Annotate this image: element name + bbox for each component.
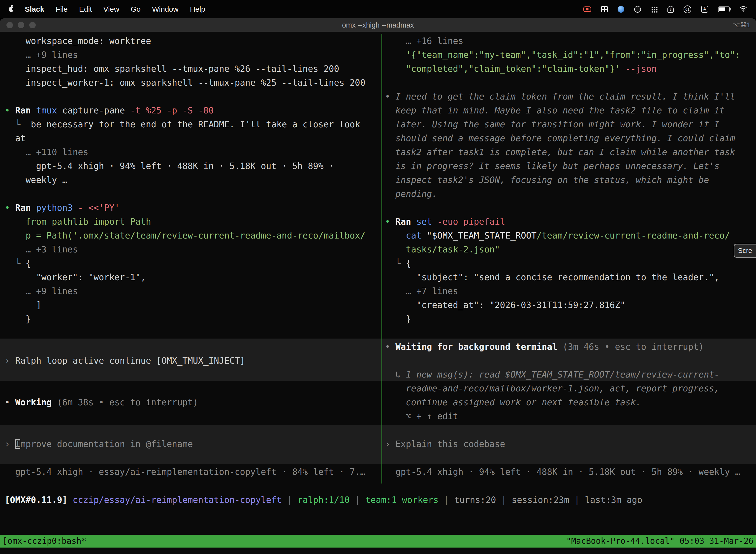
blank-line xyxy=(5,382,380,395)
tmux-pane-right[interactable]: … +16 lines '{"team_name":"my-team","tas… xyxy=(385,34,756,479)
team-workers: team:1 workers xyxy=(365,495,439,505)
battery-icon[interactable] xyxy=(718,6,730,12)
output-text: { xyxy=(406,258,411,268)
prompt-input-line[interactable]: › Explain this codebase xyxy=(385,437,756,451)
working-label: Working xyxy=(15,397,57,407)
ran-label: Ran xyxy=(15,203,36,213)
ralph-loop-text: Ralph loop active continue [OMX_TMUX_INJ… xyxy=(15,356,245,366)
ran-command-line: • Ran python3 - <<'PY' xyxy=(5,201,380,215)
separator: | xyxy=(496,495,512,505)
menu-view[interactable]: View xyxy=(103,5,119,13)
apple-menu-icon[interactable] xyxy=(9,7,13,12)
badge-61-icon[interactable]: 61 xyxy=(684,5,691,13)
ran-command-line: • Ran tmux capture-pane -t %25 -p -S -80 xyxy=(5,104,380,117)
edit-hint-line: ⌥ + ↑ edit xyxy=(385,409,756,423)
menu-window[interactable]: Window xyxy=(152,5,179,13)
corner-icon: └ xyxy=(5,258,25,268)
command-output-line: "worker": "worker-1", xyxy=(5,270,380,284)
env-var: "$OMX_TEAM_STATE_ROOT xyxy=(427,231,537,240)
omx-status-line: [OMX#0.11.9] cczip/essay/ai-reimplementa… xyxy=(5,493,642,507)
collapsed-lines-indicator: … +110 lines xyxy=(5,145,380,159)
thinking-line: later. Using the same for transition mig… xyxy=(385,117,756,131)
separator: | xyxy=(569,495,585,505)
command-args: -euo pipefail xyxy=(437,217,505,227)
model-status-footer: gpt-5.4 xhigh · 94% left · 488K in · 5.1… xyxy=(385,465,756,479)
terminal-line: inspect_hud: omx sparkshell --tmux-pane … xyxy=(5,62,380,76)
menu-edit[interactable]: Edit xyxy=(79,5,92,13)
ran-label: Ran xyxy=(395,217,416,227)
command-name: set xyxy=(416,217,437,227)
waiting-meta: (3m 46s • esc to interrupt) xyxy=(563,342,704,352)
ralph-loop-status-line: › Ralph loop active continue [OMX_TMUX_I… xyxy=(5,354,380,368)
text-cursor: I xyxy=(15,439,20,449)
bullet-icon: • xyxy=(385,92,395,102)
mailbox-message-line: readme-and-reco/mailbox/worker-1.json, a… xyxy=(385,382,756,395)
working-meta: (6m 38s • esc to interrupt) xyxy=(57,397,198,407)
mailbox-message-text: 1 new msg(s): read $OMX_TEAM_STATE_ROOT/… xyxy=(406,370,719,380)
menu-app-name[interactable]: Slack xyxy=(25,5,44,13)
collapsed-lines-indicator: … +7 lines xyxy=(385,284,756,298)
command-line: tasks/task-2.json" xyxy=(385,242,756,257)
thinking-line: inspect task2's JSON, focusing on the st… xyxy=(385,173,756,187)
blank-line xyxy=(5,409,380,423)
collapsed-lines-indicator: … +9 lines xyxy=(5,48,380,62)
json-text: "completed","claim_token":"claim-token"}… xyxy=(385,64,625,74)
command-name: tmux xyxy=(36,106,62,115)
waiting-label: Waiting for background terminal xyxy=(395,342,563,352)
terminal-window: workspace_mode: worktree … +9 lines insp… xyxy=(0,32,756,554)
ghost-icon[interactable]: 8 xyxy=(668,6,674,13)
bullet-icon: • xyxy=(5,397,15,407)
command-args: - <<'PY' xyxy=(78,203,120,213)
heredoc-line: p = Path('.omx/state/team/review-current… xyxy=(5,229,380,242)
thinking-line: keep that in mind. Maybe I also need the… xyxy=(385,104,756,117)
blank-line xyxy=(5,187,380,201)
tmux-pane-left[interactable]: workspace_mode: worktree … +9 lines insp… xyxy=(5,34,380,479)
command-output-line: } xyxy=(385,312,756,326)
grid-icon[interactable] xyxy=(601,6,608,12)
prompt-arrow-icon: › xyxy=(5,356,15,366)
bullet-icon: • xyxy=(5,106,15,115)
menu-status-icons: 8 61 A xyxy=(583,5,747,13)
prompt-input-line[interactable]: › Improve documentation in @filename xyxy=(5,437,380,451)
command-output-line: ] xyxy=(5,298,380,312)
command-output-line: at xyxy=(5,131,380,145)
command-output-line: } xyxy=(5,312,380,326)
wifi-icon[interactable] xyxy=(740,5,747,13)
omx-version: [OMX#0.11.9] xyxy=(5,495,73,505)
prompt-arrow-icon: › xyxy=(385,439,395,449)
ran-command-line: • Ran set -euo pipefail xyxy=(385,215,756,229)
mailbox-message-line: continue assigned work or next feasible … xyxy=(385,395,756,409)
turns-counter: turns:20 xyxy=(454,495,496,505)
blank-line xyxy=(5,326,380,340)
screen-overlay-button[interactable]: Scre xyxy=(734,244,756,258)
ran-label: Ran xyxy=(15,106,36,115)
blank-line xyxy=(5,90,380,104)
blue-app-icon[interactable] xyxy=(618,6,624,13)
blank-line xyxy=(385,326,756,340)
tmux-pane-divider[interactable] xyxy=(381,34,382,484)
command-body: capture-pane xyxy=(62,106,130,115)
separator: | xyxy=(439,495,454,505)
command-output-line: └ { xyxy=(385,257,756,270)
session-path: cczip/essay/ai-reimplementation-copyleft xyxy=(73,495,282,505)
bullet-icon: • xyxy=(5,203,15,213)
command-line: cat "$OMX_TEAM_STATE_ROOT/team/review-cu… xyxy=(385,229,756,242)
bullet-icon: • xyxy=(385,217,395,227)
output-text: { xyxy=(25,258,31,268)
screen-recording-indicator-icon[interactable] xyxy=(583,6,591,12)
command-flag: --json xyxy=(625,64,656,74)
round-app-icon[interactable] xyxy=(634,6,641,13)
menu-file[interactable]: File xyxy=(56,5,67,13)
menu-go[interactable]: Go xyxy=(131,5,141,13)
window-title-bar: omx --xhigh --madmax ⌥⌘1 xyxy=(0,18,756,32)
command-name: cat xyxy=(406,231,427,240)
command-name: python3 xyxy=(36,203,78,213)
heredoc-line: from pathlib import Path xyxy=(5,215,380,229)
mailbox-message-line: ↳ 1 new msg(s): read $OMX_TEAM_STATE_ROO… xyxy=(385,368,756,382)
dots-grid-icon[interactable] xyxy=(651,6,657,13)
menu-help[interactable]: Help xyxy=(190,5,205,13)
prompt-placeholder: mprove documentation in @filename xyxy=(20,439,193,449)
terminal-line: workspace_mode: worktree xyxy=(5,34,380,48)
input-source-icon[interactable]: A xyxy=(701,6,708,13)
thinking-line: pending. xyxy=(385,187,756,201)
